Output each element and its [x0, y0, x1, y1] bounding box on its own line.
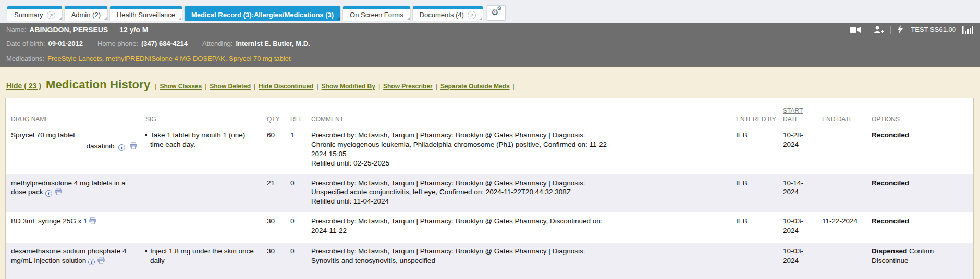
dob-group: Date of birth: 09-01-2012 [6, 40, 83, 47]
drug-name[interactable]: Sprycel 70 mg tablet [11, 131, 75, 139]
comment-cell: Prescribed by: McTavish, Tarquin | Pharm… [308, 174, 733, 212]
tab-documents[interactable]: Documents (4) [413, 6, 483, 21]
drug-name[interactable]: dexamethasone sodium phosphate 4 mg/mL i… [11, 247, 126, 264]
hide-link[interactable]: Hide ( 23 ) [6, 82, 41, 90]
tab-on-screen-forms[interactable]: On Screen Forms [343, 6, 410, 21]
lightning-icon[interactable] [897, 25, 903, 34]
comment-text: Prescribed by: McTavish, Tarquin | Pharm… [311, 179, 611, 197]
patient-age-sex: 12 y/o M [119, 26, 148, 34]
add-person-icon[interactable] [874, 26, 884, 33]
info-icon[interactable] [118, 144, 125, 151]
entered-by-cell [733, 243, 780, 279]
comment-text: Prescribed by: McTavish, Tarquin | Pharm… [311, 131, 611, 158]
table-row: methylprednisolone 4 mg tablets in a dos… [6, 174, 973, 212]
divider [867, 26, 867, 34]
tab-admin[interactable]: Admin (2) [65, 6, 107, 21]
refill-text: Refilled until: 11-04-2024 [311, 197, 611, 206]
patient-name: ABINGDON, PERSEUS [29, 26, 108, 34]
name-label: Name: [6, 26, 26, 33]
options-cell: Reconciled [868, 174, 973, 212]
divider [890, 26, 891, 34]
table-header-row: DRUG NAME SIG QTY REF. COMMENT ENTERED B… [6, 98, 973, 126]
entered-by-cell: IEB [733, 212, 780, 243]
phone-label: Home phone: [97, 40, 138, 47]
launch-icon[interactable] [468, 11, 476, 19]
separator: | [436, 83, 437, 90]
ref-cell: 0 [287, 243, 308, 279]
attending-label: Attending: [202, 40, 233, 47]
qty-cell: 60 [264, 126, 287, 174]
separator: | [205, 83, 206, 90]
column-header-sig[interactable]: SIG [145, 116, 156, 123]
column-header-ref[interactable]: REF. [290, 116, 304, 123]
refill-text: Refilled until: 02-25-2025 [311, 159, 611, 168]
attending-group: Attending: Internist E. Butler, M.D. [202, 40, 310, 47]
patient-details-bar: Date of birth: 09-01-2012 Home phone: (3… [0, 36, 980, 50]
column-header-qty[interactable]: QTY [267, 116, 280, 123]
filter-show-modified-by[interactable]: Show Modified By [322, 83, 375, 90]
info-icon[interactable] [45, 190, 52, 197]
print-icon[interactable] [55, 188, 62, 198]
patient-name-bar: Name: ABINGDON, PERSEUS 12 y/o M TEST-SS… [0, 23, 980, 36]
print-icon[interactable] [97, 257, 105, 267]
drug-name[interactable]: methylprednisolone 4 mg tablets in a dos… [11, 179, 126, 196]
drug-name-cell: BD 3mL syringe 25G x 1 [6, 212, 142, 243]
separator: | [155, 83, 156, 90]
attending-value: Internist E. Butler, M.D. [236, 40, 310, 47]
column-header-end-date[interactable]: END DATE [822, 116, 853, 123]
filter-show-deleted[interactable]: Show Deleted [210, 83, 251, 90]
sig-cell: Take 1 tablet by mouth 1 (one) time each… [142, 126, 264, 174]
separator: | [378, 83, 380, 90]
column-header-comment[interactable]: COMMENT [311, 116, 344, 123]
drug-name-cell: dexamethasone sodium phosphate 4 mg/mL i… [6, 243, 142, 279]
end-date-cell: 11-22-2024 [819, 212, 868, 243]
drug-name[interactable]: BD 3mL syringe 25G x 1 [11, 217, 88, 225]
separator: | [254, 83, 255, 90]
medications-list: FreeStyle Lancets, methylPREDNISolone 4 … [47, 55, 291, 62]
filter-show-classes[interactable]: Show Classes [160, 83, 202, 90]
bar-chart-icon[interactable] [962, 26, 974, 34]
ref-cell: 0 [287, 212, 308, 243]
end-date-cell [819, 243, 868, 279]
column-header-options: OPTIONS [872, 116, 900, 123]
sig-text: Inject 1.8 mg under the skin once daily [150, 247, 260, 279]
table-row: BD 3mL syringe 25G x 1 30 0 Prescribed b… [6, 212, 973, 243]
medication-history-section: Hide ( 23 ) Medication History | Show Cl… [0, 67, 980, 279]
column-header-drug-name[interactable]: DRUG NAME [11, 116, 49, 123]
video-camera-icon[interactable] [850, 26, 861, 33]
tab-summary[interactable]: Summary [7, 6, 62, 21]
ref-cell: 0 [287, 174, 308, 212]
separator: | [513, 83, 514, 90]
launch-icon[interactable] [47, 11, 55, 19]
tab-health-surveillance[interactable]: Health Surveillance [110, 6, 182, 21]
column-header-entered-by[interactable]: ENTERED BY [736, 116, 776, 123]
start-date-cell: 10-28-2024 [780, 126, 819, 174]
settings-button[interactable] [487, 5, 506, 21]
options-status: Reconciled [872, 179, 909, 187]
end-date-cell [819, 174, 868, 212]
print-icon[interactable] [130, 142, 137, 152]
tab-medical-record[interactable]: Medical Record (3):Allergies/Medications… [185, 6, 340, 21]
column-header-start-date[interactable]: START DATE [783, 107, 803, 123]
print-icon[interactable] [89, 217, 96, 227]
options-cell: Reconciled [868, 126, 973, 174]
drug-name-cell: Sprycel 70 mg tablet dasatinib [6, 126, 142, 174]
separator: | [316, 83, 318, 90]
header-icon-group: TEST-SS61.00 [850, 25, 974, 34]
filter-show-prescriber[interactable]: Show Prescriber [383, 83, 433, 90]
end-date-cell [819, 126, 868, 174]
tab-label: Medical Record (3):Allergies/Medications… [191, 11, 334, 19]
comment-text: Prescribed by: McTavish, Tarquin | Pharm… [311, 247, 611, 265]
sig-text: Take 1 tablet by mouth 1 (one) time each… [150, 131, 260, 168]
options-status: Dispensed [872, 247, 907, 255]
page-title: Medication History [46, 78, 150, 92]
info-icon[interactable] [88, 259, 95, 265]
generic-name-line: dasatinib [11, 142, 138, 152]
filter-separate-outside-meds[interactable]: Separate Outside Meds [440, 83, 510, 90]
system-code: TEST-SS61.00 [911, 26, 956, 33]
comment-text: Prescribed by: McTavish, Tarquin | Pharm… [311, 217, 611, 235]
options-status: Reconciled [872, 131, 909, 139]
filter-hide-discontinued[interactable]: Hide Discontinued [259, 83, 313, 90]
medications-label: Medications: [6, 55, 44, 62]
options-status: Reconciled [872, 217, 909, 225]
